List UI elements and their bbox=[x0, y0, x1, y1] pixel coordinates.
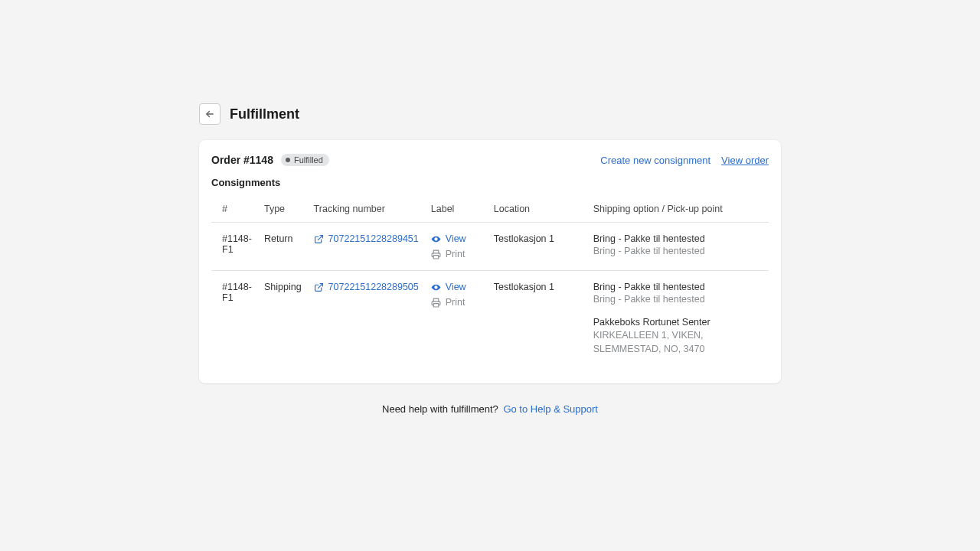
svg-point-5 bbox=[435, 286, 436, 288]
tracking-link[interactable]: 70722151228289505 bbox=[314, 282, 419, 292]
pickup-point-address: KIRKEALLEEN 1, VIKEN, SLEMMESTAD, NO, 34… bbox=[593, 329, 763, 356]
tracking-number: 70722151228289451 bbox=[328, 233, 419, 244]
print-label-link[interactable]: Print bbox=[431, 249, 482, 259]
fulfillment-card: Order #1148 Fulfilled Create new consign… bbox=[199, 140, 781, 383]
cell-location: Testlokasjon 1 bbox=[488, 223, 587, 271]
col-header-location: Location bbox=[488, 199, 587, 223]
view-label-link[interactable]: View bbox=[431, 282, 482, 292]
help-footer: Need help with fulfillment? Go to Help &… bbox=[0, 403, 980, 415]
print-label-text: Print bbox=[446, 249, 466, 259]
view-label-text: View bbox=[446, 233, 466, 244]
help-prefix: Need help with fulfillment? bbox=[382, 403, 498, 415]
order-title: Order #1148 bbox=[211, 154, 273, 166]
table-row: #1148-F1 Shipping 70722151228289505 bbox=[211, 271, 769, 367]
printer-icon bbox=[431, 298, 441, 308]
svg-point-2 bbox=[435, 238, 436, 240]
cell-id: #1148-F1 bbox=[211, 271, 258, 367]
external-link-icon bbox=[314, 234, 324, 244]
consignments-heading: Consignments bbox=[211, 177, 769, 188]
print-label-text: Print bbox=[446, 297, 466, 308]
status-dot-icon bbox=[286, 158, 290, 162]
cell-type: Shipping bbox=[258, 271, 308, 367]
pickup-point-name: Pakkeboks Rortunet Senter bbox=[593, 317, 763, 328]
shipping-option-main: Bring - Pakke til hentested bbox=[593, 233, 763, 244]
eye-icon bbox=[431, 234, 441, 244]
shipping-option-sub: Bring - Pakke til hentested bbox=[593, 294, 763, 305]
page-title: Fulfillment bbox=[230, 106, 299, 122]
view-label-text: View bbox=[446, 282, 466, 292]
shipping-option-main: Bring - Pakke til hentested bbox=[593, 282, 763, 292]
cell-type: Return bbox=[258, 223, 308, 271]
eye-icon bbox=[431, 282, 441, 292]
status-badge-label: Fulfilled bbox=[294, 155, 323, 165]
external-link-icon bbox=[314, 282, 324, 292]
svg-rect-6 bbox=[433, 303, 439, 306]
col-header-type: Type bbox=[258, 199, 308, 223]
create-consignment-link[interactable]: Create new consignment bbox=[600, 155, 710, 166]
printer-icon bbox=[431, 249, 441, 259]
col-header-label: Label bbox=[425, 199, 488, 223]
svg-rect-3 bbox=[433, 255, 439, 258]
status-badge: Fulfilled bbox=[281, 154, 329, 166]
help-support-link[interactable]: Go to Help & Support bbox=[503, 403, 598, 415]
svg-line-4 bbox=[318, 283, 322, 288]
svg-line-1 bbox=[318, 235, 322, 240]
col-header-shipping: Shipping option / Pick-up point bbox=[587, 199, 769, 223]
view-label-link[interactable]: View bbox=[431, 233, 482, 244]
tracking-link[interactable]: 70722151228289451 bbox=[314, 233, 419, 244]
col-header-tracking: Tracking number bbox=[308, 199, 425, 223]
table-row: #1148-F1 Return 70722151228289451 bbox=[211, 223, 769, 271]
view-order-link[interactable]: View order bbox=[721, 155, 769, 166]
cell-id: #1148-F1 bbox=[211, 223, 258, 271]
consignments-table: # Type Tracking number Label Location Sh… bbox=[211, 199, 769, 367]
col-header-id: # bbox=[211, 199, 258, 223]
back-button[interactable] bbox=[199, 103, 220, 125]
shipping-option-sub: Bring - Pakke til hentested bbox=[593, 246, 763, 256]
arrow-left-icon bbox=[204, 109, 215, 119]
cell-location: Testlokasjon 1 bbox=[488, 271, 587, 367]
tracking-number: 70722151228289505 bbox=[328, 282, 419, 292]
print-label-link[interactable]: Print bbox=[431, 297, 482, 308]
